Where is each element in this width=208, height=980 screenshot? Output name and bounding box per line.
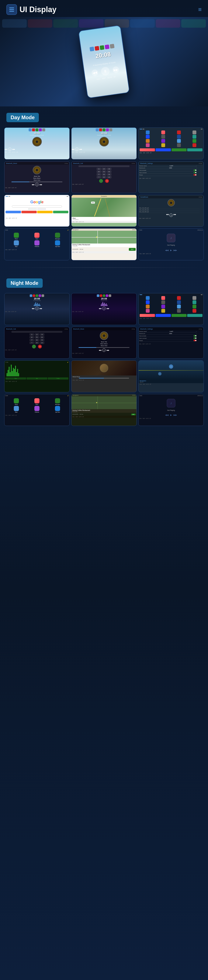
cp-maps[interactable]: Maps — [6, 240, 26, 247]
app-maps[interactable] — [146, 135, 150, 138]
dial-0[interactable]: 0 — [102, 176, 106, 178]
night-aa-toggle[interactable] — [194, 335, 197, 337]
night-app-music[interactable] — [161, 296, 165, 300]
dial-9[interactable]: 9 — [107, 173, 112, 176]
app-bt[interactable] — [177, 135, 181, 138]
night-dial-0[interactable]: 0 — [35, 342, 39, 344]
dial-1[interactable]: 1 — [96, 168, 101, 170]
app-lightblue[interactable] — [177, 139, 181, 143]
dial-5[interactable]: 5 — [102, 170, 106, 173]
dial-8[interactable]: 8 — [102, 173, 106, 176]
night-app-bt[interactable] — [177, 300, 181, 304]
app-carplay[interactable] — [161, 135, 165, 138]
night-dial-9[interactable]: 9 — [40, 339, 44, 341]
bt-play-btn[interactable]: ⏸ — [35, 183, 39, 186]
night-dial-3[interactable]: 3 — [40, 333, 44, 336]
night-ac-toggle[interactable] — [194, 337, 197, 339]
night-app-red[interactable] — [192, 309, 196, 313]
app-green[interactable] — [192, 139, 196, 143]
app-music[interactable] — [161, 130, 165, 134]
road-line — [139, 370, 203, 371]
auto-answer-toggle[interactable] — [194, 169, 197, 171]
night-dial-5[interactable]: 5 — [35, 336, 39, 339]
cp-messages[interactable]: Messages — [48, 233, 68, 239]
night-app-green[interactable] — [192, 305, 196, 309]
night-np-prev[interactable]: ◀◀ — [165, 414, 169, 416]
call-end-btn[interactable]: ✕ — [105, 179, 109, 183]
night-bt-play[interactable]: ⏸ — [102, 348, 106, 352]
night-dial-1[interactable]: 1 — [30, 333, 34, 336]
night-app-purple[interactable] — [161, 305, 165, 309]
night-dial-8[interactable]: 8 — [35, 339, 39, 341]
night-dial-7[interactable]: 7 — [30, 339, 34, 341]
cp-phone[interactable]: Phone — [6, 233, 26, 239]
night-cp-music[interactable]: Music — [27, 398, 47, 405]
np-play[interactable]: ▶ — [170, 249, 172, 251]
cp-music[interactable]: Music — [27, 233, 47, 239]
night-app-carplay[interactable] — [161, 300, 165, 304]
night-call-end[interactable]: ✕ — [38, 345, 42, 348]
call-answer-btn[interactable]: 📞 — [99, 179, 103, 183]
night-cp-maps[interactable]: Maps — [6, 406, 26, 413]
night-power-toggle[interactable] — [194, 340, 197, 341]
app-telegram[interactable] — [146, 130, 150, 134]
night-app-gray[interactable] — [177, 309, 181, 313]
night-go-button[interactable]: GO — [131, 414, 136, 415]
app-pink[interactable] — [146, 143, 150, 147]
np-prev[interactable]: ◀◀ — [165, 249, 169, 251]
night-play-2[interactable]: ⏸ — [102, 307, 106, 310]
night-cp-phone[interactable]: Phone — [6, 398, 26, 405]
night-np-play[interactable]: ▶ — [170, 414, 172, 416]
power-toggle[interactable] — [194, 174, 197, 176]
app-teal[interactable] — [192, 135, 196, 138]
play-btn[interactable]: ⏸ — [101, 67, 110, 76]
cp-podcast[interactable]: Podcasts — [27, 240, 47, 247]
next-btn[interactable]: ▶▶ — [112, 66, 120, 73]
dial-2[interactable]: 2 — [102, 168, 106, 170]
dial-6[interactable]: 6 — [107, 170, 112, 173]
day-play-2[interactable]: ⏸ — [75, 148, 79, 151]
np-next[interactable]: ▶▶ — [173, 249, 177, 251]
dial-7[interactable]: 7 — [96, 173, 101, 176]
dial-4[interactable]: 4 — [96, 170, 101, 173]
app-orange[interactable] — [146, 139, 150, 143]
app-red[interactable] — [192, 143, 196, 147]
night-cp-podcast[interactable]: Podcasts — [27, 406, 47, 413]
night-dial-4[interactable]: 4 — [30, 336, 34, 339]
app-gray[interactable] — [177, 143, 181, 147]
night-app-pink[interactable] — [146, 309, 150, 313]
night-dial-6[interactable]: 6 — [40, 336, 44, 339]
night-play-1[interactable]: ⏸ — [35, 307, 39, 310]
auto-connect-toggle[interactable] — [194, 172, 197, 173]
social-play-btn[interactable]: ⏸ — [169, 213, 173, 217]
app-settings[interactable] — [192, 130, 196, 134]
night-dial-star[interactable]: * — [30, 342, 34, 344]
app-yellow[interactable] — [161, 143, 165, 147]
cp-appstore[interactable]: App Store — [48, 240, 68, 247]
dial-3[interactable]: 3 — [107, 168, 112, 170]
night-app-lightblue[interactable] — [177, 305, 181, 309]
dial-star[interactable]: * — [96, 176, 101, 178]
night-np-next[interactable]: ▶▶ — [173, 414, 177, 416]
night-app-telegram[interactable] — [146, 296, 150, 300]
night-app-orange[interactable] — [146, 305, 150, 309]
prev-btn[interactable]: ◀◀ — [91, 69, 98, 76]
day-play-1[interactable]: ⏸ — [8, 148, 11, 151]
night-app-settings[interactable] — [192, 296, 196, 300]
go-button[interactable]: GO — [129, 248, 136, 251]
night-call-answer[interactable]: 📞 — [32, 345, 36, 348]
google-search-bar[interactable] — [12, 205, 62, 208]
night-app-maps[interactable] — [146, 300, 150, 304]
night-dial-hash[interactable]: # — [40, 342, 44, 344]
night-cp-messages[interactable]: Messages — [48, 398, 68, 405]
app-youtube[interactable] — [177, 130, 181, 134]
night-app-teal[interactable] — [192, 300, 196, 304]
menu-icon[interactable]: ≡ — [198, 6, 202, 13]
app-purple[interactable] — [161, 139, 165, 143]
night-app-youtube[interactable] — [177, 296, 181, 300]
night-dial-2[interactable]: 2 — [35, 333, 39, 336]
night-cp-appstore[interactable]: App Store — [48, 406, 68, 413]
bt-call-header: Bluetooth_Call 17:4x — [72, 162, 136, 165]
night-app-yellow[interactable] — [161, 309, 165, 313]
dial-hash[interactable]: # — [107, 176, 112, 178]
